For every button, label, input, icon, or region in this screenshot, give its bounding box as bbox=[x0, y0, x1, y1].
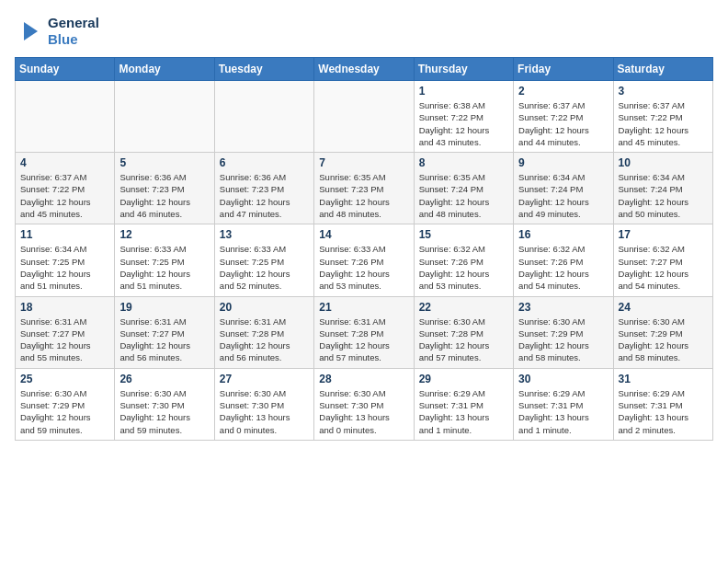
svg-marker-0 bbox=[24, 22, 38, 40]
empty-day-cell bbox=[214, 81, 313, 153]
day-number: 26 bbox=[119, 373, 209, 385]
calendar-day-25: 25Sunrise: 6:30 AM Sunset: 7:29 PM Dayli… bbox=[16, 368, 115, 440]
weekday-header-tuesday: Tuesday bbox=[214, 58, 313, 81]
day-number: 18 bbox=[20, 301, 109, 314]
day-number: 19 bbox=[119, 301, 209, 314]
day-number: 1 bbox=[419, 85, 508, 98]
day-number: 5 bbox=[119, 156, 209, 169]
calendar-header-row: SundayMondayTuesdayWednesdayThursdayFrid… bbox=[16, 58, 713, 81]
day-number: 9 bbox=[518, 156, 608, 169]
calendar-day-12: 12Sunrise: 6:33 AM Sunset: 7:25 PM Dayli… bbox=[115, 224, 214, 296]
calendar-day-23: 23Sunrise: 6:30 AM Sunset: 7:29 PM Dayli… bbox=[514, 296, 613, 368]
calendar-day-11: 11Sunrise: 6:34 AM Sunset: 7:25 PM Dayli… bbox=[16, 224, 115, 296]
day-info: Sunrise: 6:36 AM Sunset: 7:23 PM Dayligh… bbox=[220, 171, 309, 220]
empty-day-cell bbox=[16, 81, 115, 153]
weekday-header-wednesday: Wednesday bbox=[314, 58, 414, 81]
logo-icon bbox=[15, 17, 42, 45]
day-number: 3 bbox=[619, 85, 708, 98]
calendar-day-4: 4Sunrise: 6:37 AM Sunset: 7:22 PM Daylig… bbox=[16, 153, 115, 224]
calendar-day-10: 10Sunrise: 6:34 AM Sunset: 7:24 PM Dayli… bbox=[613, 153, 712, 224]
day-info: Sunrise: 6:37 AM Sunset: 7:22 PM Dayligh… bbox=[619, 99, 708, 148]
day-info: Sunrise: 6:35 AM Sunset: 7:24 PM Dayligh… bbox=[419, 171, 508, 220]
calendar-day-24: 24Sunrise: 6:30 AM Sunset: 7:29 PM Dayli… bbox=[613, 296, 712, 368]
day-number: 24 bbox=[619, 301, 708, 314]
calendar-day-28: 28Sunrise: 6:30 AM Sunset: 7:30 PM Dayli… bbox=[314, 368, 414, 440]
day-number: 4 bbox=[20, 156, 109, 169]
calendar-week-row: 4Sunrise: 6:37 AM Sunset: 7:22 PM Daylig… bbox=[16, 153, 713, 224]
calendar-day-31: 31Sunrise: 6:29 AM Sunset: 7:31 PM Dayli… bbox=[613, 368, 712, 440]
day-info: Sunrise: 6:30 AM Sunset: 7:28 PM Dayligh… bbox=[419, 316, 508, 364]
day-info: Sunrise: 6:34 AM Sunset: 7:24 PM Dayligh… bbox=[619, 171, 708, 220]
empty-day-cell bbox=[314, 81, 414, 153]
day-number: 22 bbox=[419, 301, 508, 314]
day-number: 28 bbox=[319, 373, 408, 385]
day-number: 6 bbox=[220, 156, 309, 169]
weekday-header-friday: Friday bbox=[514, 58, 613, 81]
calendar-day-5: 5Sunrise: 6:36 AM Sunset: 7:23 PM Daylig… bbox=[115, 153, 214, 224]
calendar-table: SundayMondayTuesdayWednesdayThursdayFrid… bbox=[15, 57, 713, 441]
weekday-header-sunday: Sunday bbox=[16, 58, 115, 81]
calendar-day-13: 13Sunrise: 6:33 AM Sunset: 7:25 PM Dayli… bbox=[214, 224, 313, 296]
day-number: 12 bbox=[119, 228, 209, 241]
day-info: Sunrise: 6:31 AM Sunset: 7:27 PM Dayligh… bbox=[119, 316, 209, 364]
weekday-header-thursday: Thursday bbox=[414, 58, 513, 81]
calendar-day-9: 9Sunrise: 6:34 AM Sunset: 7:24 PM Daylig… bbox=[514, 153, 613, 224]
calendar-day-30: 30Sunrise: 6:29 AM Sunset: 7:31 PM Dayli… bbox=[514, 368, 613, 440]
calendar-day-15: 15Sunrise: 6:32 AM Sunset: 7:26 PM Dayli… bbox=[414, 224, 513, 296]
calendar-day-26: 26Sunrise: 6:30 AM Sunset: 7:30 PM Dayli… bbox=[115, 368, 214, 440]
calendar-day-17: 17Sunrise: 6:32 AM Sunset: 7:27 PM Dayli… bbox=[613, 224, 712, 296]
calendar-day-7: 7Sunrise: 6:35 AM Sunset: 7:23 PM Daylig… bbox=[314, 153, 414, 224]
day-info: Sunrise: 6:32 AM Sunset: 7:26 PM Dayligh… bbox=[518, 243, 608, 292]
day-number: 13 bbox=[220, 228, 309, 241]
day-number: 17 bbox=[619, 228, 708, 241]
day-number: 23 bbox=[518, 301, 608, 314]
day-info: Sunrise: 6:29 AM Sunset: 7:31 PM Dayligh… bbox=[419, 387, 508, 436]
calendar-week-row: 11Sunrise: 6:34 AM Sunset: 7:25 PM Dayli… bbox=[16, 224, 713, 296]
day-number: 14 bbox=[319, 228, 408, 241]
calendar-day-2: 2Sunrise: 6:37 AM Sunset: 7:22 PM Daylig… bbox=[514, 81, 613, 153]
calendar-day-16: 16Sunrise: 6:32 AM Sunset: 7:26 PM Dayli… bbox=[514, 224, 613, 296]
calendar-day-29: 29Sunrise: 6:29 AM Sunset: 7:31 PM Dayli… bbox=[414, 368, 513, 440]
day-info: Sunrise: 6:36 AM Sunset: 7:23 PM Dayligh… bbox=[119, 171, 209, 220]
day-info: Sunrise: 6:30 AM Sunset: 7:29 PM Dayligh… bbox=[518, 316, 608, 364]
day-info: Sunrise: 6:33 AM Sunset: 7:25 PM Dayligh… bbox=[119, 243, 209, 292]
day-number: 2 bbox=[518, 85, 608, 98]
day-info: Sunrise: 6:29 AM Sunset: 7:31 PM Dayligh… bbox=[518, 387, 608, 436]
day-info: Sunrise: 6:31 AM Sunset: 7:28 PM Dayligh… bbox=[220, 316, 309, 364]
calendar-day-18: 18Sunrise: 6:31 AM Sunset: 7:27 PM Dayli… bbox=[16, 296, 115, 368]
weekday-header-monday: Monday bbox=[115, 58, 214, 81]
day-number: 8 bbox=[419, 156, 508, 169]
day-number: 10 bbox=[619, 156, 708, 169]
day-info: Sunrise: 6:32 AM Sunset: 7:26 PM Dayligh… bbox=[419, 243, 508, 292]
calendar-day-19: 19Sunrise: 6:31 AM Sunset: 7:27 PM Dayli… bbox=[115, 296, 214, 368]
day-number: 30 bbox=[518, 373, 608, 385]
day-info: Sunrise: 6:30 AM Sunset: 7:30 PM Dayligh… bbox=[220, 387, 309, 436]
page-header: GeneralBlue bbox=[15, 15, 713, 48]
day-info: Sunrise: 6:30 AM Sunset: 7:29 PM Dayligh… bbox=[20, 387, 109, 436]
day-info: Sunrise: 6:29 AM Sunset: 7:31 PM Dayligh… bbox=[619, 387, 708, 436]
day-info: Sunrise: 6:37 AM Sunset: 7:22 PM Dayligh… bbox=[20, 171, 109, 220]
calendar-day-8: 8Sunrise: 6:35 AM Sunset: 7:24 PM Daylig… bbox=[414, 153, 513, 224]
day-info: Sunrise: 6:31 AM Sunset: 7:28 PM Dayligh… bbox=[319, 316, 408, 364]
day-info: Sunrise: 6:33 AM Sunset: 7:25 PM Dayligh… bbox=[220, 243, 309, 292]
day-number: 27 bbox=[220, 373, 309, 385]
day-info: Sunrise: 6:30 AM Sunset: 7:30 PM Dayligh… bbox=[319, 387, 408, 436]
logo-text: GeneralBlue bbox=[15, 15, 99, 48]
calendar-week-row: 1Sunrise: 6:38 AM Sunset: 7:22 PM Daylig… bbox=[16, 81, 713, 153]
calendar-day-22: 22Sunrise: 6:30 AM Sunset: 7:28 PM Dayli… bbox=[414, 296, 513, 368]
day-info: Sunrise: 6:32 AM Sunset: 7:27 PM Dayligh… bbox=[619, 243, 708, 292]
day-info: Sunrise: 6:30 AM Sunset: 7:29 PM Dayligh… bbox=[619, 316, 708, 364]
day-info: Sunrise: 6:35 AM Sunset: 7:23 PM Dayligh… bbox=[319, 171, 408, 220]
day-info: Sunrise: 6:38 AM Sunset: 7:22 PM Dayligh… bbox=[419, 99, 508, 148]
calendar-day-14: 14Sunrise: 6:33 AM Sunset: 7:26 PM Dayli… bbox=[314, 224, 414, 296]
day-info: Sunrise: 6:31 AM Sunset: 7:27 PM Dayligh… bbox=[20, 316, 109, 364]
day-number: 20 bbox=[220, 301, 309, 314]
weekday-header-saturday: Saturday bbox=[613, 58, 712, 81]
day-number: 7 bbox=[319, 156, 408, 169]
logo: GeneralBlue bbox=[15, 15, 99, 48]
calendar-day-27: 27Sunrise: 6:30 AM Sunset: 7:30 PM Dayli… bbox=[214, 368, 313, 440]
calendar-week-row: 18Sunrise: 6:31 AM Sunset: 7:27 PM Dayli… bbox=[16, 296, 713, 368]
day-number: 11 bbox=[20, 228, 109, 241]
empty-day-cell bbox=[115, 81, 214, 153]
day-number: 15 bbox=[419, 228, 508, 241]
